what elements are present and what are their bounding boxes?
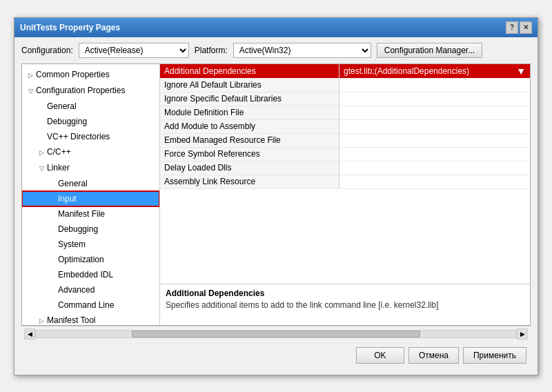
- config-row: Configuration: Active(Release) Platform:…: [21, 43, 531, 58]
- main-content: ▷Common Properties▽Configuration Propert…: [21, 63, 531, 326]
- tree-expander-config: ▽: [25, 85, 36, 97]
- tree-item-linker-general[interactable]: General: [22, 176, 159, 191]
- tree-item-linker[interactable]: ▽Linker: [22, 160, 159, 176]
- tree-label-config: Configuration Properties: [36, 86, 125, 95]
- tree-item-linker-manifest[interactable]: Manifest File: [22, 206, 159, 222]
- config-label: Configuration:: [21, 46, 73, 55]
- tree-item-vcdirs[interactable]: VC++ Directories: [22, 129, 159, 144]
- prop-row-module-def[interactable]: Module Definition File: [160, 106, 530, 120]
- tree-label-linker-system: System: [58, 239, 86, 249]
- prop-row-add-module[interactable]: Add Module to Assembly: [160, 120, 530, 134]
- prop-value-add-module: [339, 120, 530, 133]
- tree-item-manifest-tool[interactable]: ▷Manifest Tool: [22, 313, 159, 325]
- prop-value-text-additional-deps: gtest.lib;(AdditionalDependencies): [344, 66, 469, 76]
- prop-value-module-def: [339, 106, 530, 119]
- scroll-left-arrow[interactable]: ◀: [24, 329, 35, 340]
- tree-label-linker-general: General: [58, 179, 88, 188]
- title-bar: UnitTests Property Pages ? ✕: [14, 18, 538, 37]
- tree-label-linker-optimization: Optimization: [58, 255, 104, 264]
- tree-item-ccpp[interactable]: ▷C/C++: [22, 144, 159, 160]
- prop-name-additional-deps: Additional Dependencies: [160, 64, 339, 78]
- apply-button[interactable]: Применить: [463, 347, 526, 364]
- prop-row-ignore-all-libs[interactable]: Ignore All Default Libraries: [160, 79, 530, 92]
- config-manager-button[interactable]: Configuration Manager...: [377, 43, 482, 58]
- prop-value-ignore-specific: [339, 92, 530, 106]
- tree-label-general: General: [47, 101, 77, 111]
- prop-name-assembly-link: Assembly Link Resource: [160, 175, 339, 188]
- right-panel: Additional Dependenciesgtest.lib;(Additi…: [160, 64, 530, 325]
- prop-value-additional-deps[interactable]: gtest.lib;(AdditionalDependencies)▼: [339, 64, 530, 78]
- tree-label-linker-input: Input: [58, 194, 77, 204]
- config-select[interactable]: Active(Release): [79, 43, 189, 58]
- tree-item-config[interactable]: ▽Configuration Properties: [22, 83, 159, 99]
- prop-row-additional-deps[interactable]: Additional Dependenciesgtest.lib;(Additi…: [160, 64, 530, 79]
- prop-name-module-def: Module Definition File: [160, 106, 339, 119]
- tree-item-linker-embedded-idl[interactable]: Embedded IDL: [22, 267, 159, 282]
- description-panel: Additional Dependencies Specifies additi…: [160, 284, 530, 325]
- prop-row-force-symbol[interactable]: Force Symbol References: [160, 148, 530, 161]
- title-bar-buttons: ? ✕: [506, 21, 532, 34]
- prop-row-embed-managed[interactable]: Embed Managed Resource File: [160, 134, 530, 148]
- scrollbar-area: ◀ ▶: [21, 326, 531, 342]
- prop-value-force-symbol: [339, 148, 530, 161]
- tree-expander-manifest-tool: ▷: [36, 315, 47, 325]
- cancel-button[interactable]: Отмена: [408, 347, 459, 364]
- tree-label-linker-embedded-idl: Embedded IDL: [58, 270, 113, 280]
- tree-label-linker: Linker: [47, 163, 70, 173]
- prop-value-assembly-link: [339, 175, 530, 188]
- prop-name-ignore-all-libs: Ignore All Default Libraries: [160, 79, 339, 92]
- property-grid: Additional Dependenciesgtest.lib;(Additi…: [160, 64, 530, 284]
- tree-label-debugging: Debugging: [47, 117, 87, 126]
- description-title: Additional Dependencies: [166, 288, 524, 298]
- tree-label-linker-advanced: Advanced: [58, 285, 95, 295]
- tree-item-linker-optimization[interactable]: Optimization: [22, 252, 159, 267]
- tree-label-linker-manifest: Manifest File: [58, 209, 105, 219]
- tree-expander-common: ▷: [25, 69, 36, 81]
- prop-name-embed-managed: Embed Managed Resource File: [160, 134, 339, 147]
- help-button[interactable]: ?: [506, 21, 518, 34]
- prop-name-add-module: Add Module to Assembly: [160, 120, 339, 133]
- close-button[interactable]: ✕: [520, 21, 532, 34]
- tree-label-ccpp: C/C++: [47, 147, 71, 157]
- prop-row-ignore-specific[interactable]: Ignore Specific Default Libraries: [160, 92, 530, 106]
- tree-item-linker-debugging[interactable]: Debugging: [22, 222, 159, 237]
- prop-name-delay-loaded: Delay Loaded Dlls: [160, 161, 339, 175]
- prop-name-ignore-specific: Ignore Specific Default Libraries: [160, 92, 339, 106]
- scroll-track[interactable]: [35, 330, 517, 338]
- dialog-body: Configuration: Active(Release) Platform:…: [14, 37, 538, 375]
- tree-item-linker-advanced[interactable]: Advanced: [22, 282, 159, 297]
- tree-expander-ccpp: ▷: [36, 146, 47, 159]
- prop-dropdown-icon-additional-deps[interactable]: ▼: [516, 66, 526, 77]
- description-text: Specifies additional items to add to the…: [166, 300, 524, 310]
- scroll-thumb[interactable]: [132, 331, 420, 337]
- platform-label: Platform:: [195, 46, 228, 55]
- tree-label-linker-debugging: Debugging: [58, 224, 98, 234]
- scroll-right-arrow[interactable]: ▶: [517, 329, 528, 340]
- platform-select[interactable]: Active(Win32): [233, 43, 371, 58]
- tree-expander-linker: ▽: [36, 162, 47, 175]
- tree-label-vcdirs: VC++ Directories: [47, 132, 110, 141]
- prop-name-force-symbol: Force Symbol References: [160, 148, 339, 161]
- dialog-title: UnitTests Property Pages: [20, 23, 120, 32]
- ok-button[interactable]: OK: [356, 347, 404, 364]
- tree-item-linker-system[interactable]: System: [22, 237, 159, 252]
- tree-item-linker-cmdline[interactable]: Command Line: [22, 297, 159, 313]
- prop-row-delay-loaded[interactable]: Delay Loaded Dlls: [160, 161, 530, 175]
- tree-item-common[interactable]: ▷Common Properties: [22, 67, 159, 83]
- tree-label-manifest-tool: Manifest Tool: [47, 315, 95, 325]
- tree-label-common: Common Properties: [36, 70, 110, 79]
- prop-row-assembly-link[interactable]: Assembly Link Resource: [160, 175, 530, 189]
- tree-item-linker-input[interactable]: Input: [22, 191, 159, 206]
- bottom-buttons: OK Отмена Применить: [21, 342, 531, 369]
- prop-value-delay-loaded: [339, 161, 530, 175]
- prop-value-ignore-all-libs: [339, 79, 530, 92]
- prop-value-embed-managed: [339, 134, 530, 147]
- tree-label-linker-cmdline: Command Line: [58, 300, 114, 310]
- tree-item-debugging[interactable]: Debugging: [22, 114, 159, 129]
- property-pages-dialog: UnitTests Property Pages ? ✕ Configurati…: [14, 17, 538, 375]
- tree-item-general[interactable]: General: [22, 99, 159, 114]
- tree-panel: ▷Common Properties▽Configuration Propert…: [22, 64, 160, 325]
